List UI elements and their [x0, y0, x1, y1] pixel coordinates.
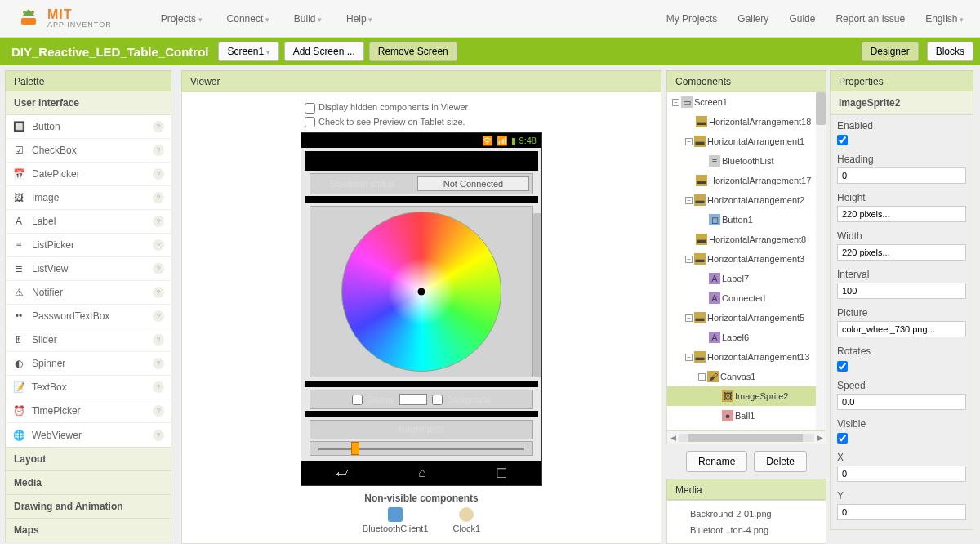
- help-icon[interactable]: ?: [153, 381, 164, 393]
- help-icon[interactable]: ?: [153, 168, 164, 180]
- components-hscroll[interactable]: ◀▶: [666, 431, 826, 444]
- tree-item-ball1[interactable]: ●Ball1: [667, 406, 826, 426]
- palette-cat-maps[interactable]: Maps: [5, 519, 172, 542]
- palette-item-timepicker[interactable]: ⏰TimePicker?: [6, 399, 171, 423]
- tree-item-imagesprite2[interactable]: 🖼ImageSprite2: [667, 386, 826, 406]
- opt-hidden-components[interactable]: Display hidden components in Viewer: [305, 100, 468, 115]
- prop-enabled-check[interactable]: [837, 135, 848, 145]
- tree-item-bluetoothlist[interactable]: ≡BluetoothList: [667, 151, 826, 171]
- slider-knob[interactable]: [351, 442, 359, 455]
- help-icon[interactable]: ?: [153, 145, 164, 156]
- palette-item-label[interactable]: ALabel?: [6, 210, 171, 234]
- menu-projects[interactable]: Projects: [161, 13, 203, 25]
- prop-width-input[interactable]: [837, 244, 966, 261]
- help-icon[interactable]: ?: [153, 405, 164, 417]
- tree-item-horizontalarrangement1[interactable]: −▬HorizontalArrangement1: [667, 132, 826, 151]
- media-item[interactable]: Bluetoot...ton-4.png: [675, 522, 817, 538]
- tree-item-label7[interactable]: ALabel7: [667, 269, 826, 288]
- menu-build[interactable]: Build: [294, 13, 322, 25]
- tree-item-horizontalarrangement3[interactable]: −▬HorizontalArrangement3: [667, 249, 826, 269]
- opt-tablet-preview[interactable]: Check to see Preview on Tablet size.: [305, 115, 468, 130]
- menu-connect[interactable]: Connect: [227, 13, 270, 25]
- prop-interval-input[interactable]: [837, 283, 966, 299]
- palette-cat-media[interactable]: Media: [5, 471, 172, 495]
- help-icon[interactable]: ?: [153, 263, 164, 274]
- tree-item-horizontalarrangement17[interactable]: ▬HorizontalArrangement17: [667, 171, 826, 190]
- tree-item-canvas1[interactable]: −🖌Canvas1: [667, 367, 826, 386]
- palette-item-textbox[interactable]: 📝TextBox?: [6, 376, 171, 399]
- designer-button[interactable]: Designer: [862, 42, 919, 61]
- menu-my-projects[interactable]: My Projects: [666, 13, 718, 25]
- help-icon[interactable]: ?: [153, 287, 164, 298]
- palette-item-slider[interactable]: 🎚Slider?: [6, 328, 171, 352]
- nonvis-bluetooth[interactable]: BluetoothClient1: [363, 507, 429, 533]
- tree-item-horizontalarrangement8[interactable]: ▬HorizontalArrangement8: [667, 230, 826, 249]
- palette-item-spinner[interactable]: ◐Spinner?: [6, 352, 171, 376]
- palette-item-listview[interactable]: ≣ListView?: [6, 257, 171, 281]
- brightness-slider-row[interactable]: [310, 441, 533, 456]
- tree-item-label6[interactable]: ALabel6: [667, 328, 826, 347]
- collapse-icon[interactable]: −: [685, 256, 693, 263]
- collapse-icon[interactable]: −: [685, 138, 693, 145]
- blocks-button[interactable]: Blocks: [927, 42, 973, 61]
- prop-x-input[interactable]: [837, 466, 966, 482]
- palette-item-notifier[interactable]: ⚠Notifier?: [6, 281, 171, 305]
- checkbox-1[interactable]: [352, 395, 363, 405]
- menu-report-issue[interactable]: Report an Issue: [835, 13, 905, 25]
- help-icon[interactable]: ?: [153, 192, 164, 203]
- opt-tablet-checkbox[interactable]: [305, 117, 315, 127]
- collapse-icon[interactable]: −: [685, 354, 693, 361]
- collapse-icon[interactable]: −: [685, 197, 693, 204]
- palette-cat-ui[interactable]: User Interface: [5, 91, 172, 115]
- palette-item-button[interactable]: 🔲Button?: [6, 115, 171, 139]
- prop-speed-input[interactable]: [837, 394, 966, 410]
- help-icon[interactable]: ?: [153, 430, 164, 441]
- tree-item-horizontalarrangement2[interactable]: −▬HorizontalArrangement2: [667, 190, 826, 210]
- prop-y-input[interactable]: [837, 504, 966, 520]
- color-wheel-area[interactable]: [310, 206, 533, 377]
- palette-item-checkbox[interactable]: ☑CheckBox?: [6, 139, 171, 163]
- color-wheel-cursor[interactable]: [418, 288, 425, 296]
- prop-height-input[interactable]: [837, 206, 966, 222]
- tree-item-horizontalarrangement5[interactable]: −▬HorizontalArrangement5: [667, 308, 826, 328]
- palette-cat-layout[interactable]: Layout: [5, 448, 172, 471]
- help-icon[interactable]: ?: [153, 358, 164, 369]
- palette-item-image[interactable]: 🖼Image?: [6, 186, 171, 210]
- nonvis-clock[interactable]: Clock1: [453, 507, 481, 533]
- tree-item-screen1[interactable]: −▭Screen1: [667, 92, 826, 112]
- preview-scrollbar[interactable]: [533, 213, 541, 377]
- delete-button[interactable]: Delete: [754, 451, 807, 472]
- collapse-icon[interactable]: −: [685, 314, 693, 322]
- help-icon[interactable]: ?: [153, 239, 164, 251]
- prop-visible-check[interactable]: [837, 433, 848, 444]
- add-screen-button[interactable]: Add Screen ...: [284, 42, 364, 61]
- media-item[interactable]: Backround-2-01.png: [675, 506, 817, 522]
- checkbox-2[interactable]: [432, 395, 443, 405]
- color-wheel[interactable]: [341, 212, 501, 372]
- tree-item-button1[interactable]: ◻Button1: [667, 210, 826, 230]
- palette-item-datepicker[interactable]: 📅DatePicker?: [6, 163, 171, 186]
- menu-gallery[interactable]: Gallery: [737, 13, 768, 25]
- screen-selector[interactable]: Screen1: [218, 42, 278, 61]
- help-icon[interactable]: ?: [153, 310, 164, 322]
- tree-item-horizontalarrangement18[interactable]: ▬HorizontalArrangement18: [667, 112, 826, 132]
- collapse-icon[interactable]: −: [698, 373, 706, 381]
- tree-item-horizontalarrangement13[interactable]: −▬HorizontalArrangement13: [667, 347, 826, 367]
- components-scrollbar[interactable]: [816, 92, 826, 430]
- collapse-icon[interactable]: −: [672, 99, 679, 106]
- palette-item-passwordtextbox[interactable]: ••PasswordTextBox?: [6, 305, 171, 328]
- prop-heading-input[interactable]: [837, 167, 966, 184]
- remove-screen-button[interactable]: Remove Screen: [369, 42, 457, 61]
- help-icon[interactable]: ?: [153, 334, 164, 346]
- menu-help[interactable]: Help: [346, 13, 372, 25]
- menu-language[interactable]: English: [925, 13, 964, 25]
- help-icon[interactable]: ?: [153, 216, 164, 227]
- rename-button[interactable]: Rename: [686, 451, 747, 472]
- palette-item-listpicker[interactable]: ≡ListPicker?: [6, 234, 171, 257]
- help-icon[interactable]: ?: [153, 121, 164, 132]
- prop-rotates-check[interactable]: [837, 361, 848, 372]
- palette-cat-drawing[interactable]: Drawing and Animation: [5, 495, 172, 519]
- tree-item-connected[interactable]: AConnected: [667, 288, 826, 308]
- opt-hidden-checkbox[interactable]: [305, 103, 315, 114]
- prop-picture-input[interactable]: [837, 321, 966, 337]
